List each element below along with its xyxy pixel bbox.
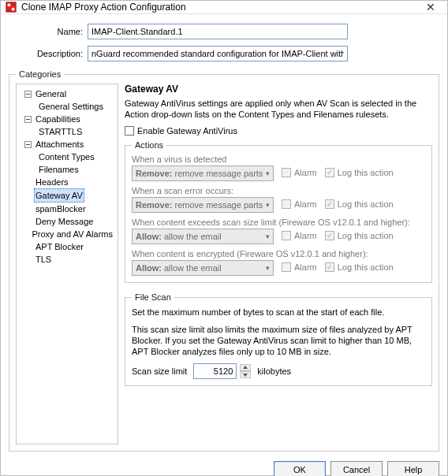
- file-scan-legend: File Scan: [132, 292, 174, 302]
- scan-size-input[interactable]: [193, 363, 237, 379]
- actions-legend: Actions: [132, 140, 166, 150]
- file-scan-line1: Set the maximum number of bytes to scan …: [132, 307, 425, 318]
- category-tree[interactable]: General General Settings Capabilities ST…: [16, 84, 118, 444]
- tree-toggle-icon[interactable]: [24, 141, 32, 148]
- categories-fieldset: Categories General General Settings Capa…: [9, 69, 439, 452]
- action-exceed-size-alarm[interactable]: Alarm: [282, 231, 317, 240]
- titlebar: Clone IMAP Proxy Action Configuration ✕: [1, 1, 447, 14]
- svg-rect-1: [8, 4, 11, 7]
- svg-rect-2: [12, 8, 15, 11]
- tree-item-apt-blocker[interactable]: APT Blocker: [34, 240, 85, 253]
- chevron-down-icon: ▾: [266, 169, 270, 177]
- tree-item-proxy-av-alarms[interactable]: Proxy and AV Alarms: [30, 228, 114, 240]
- action-encrypted-combo[interactable]: Allow: allow the email ▾: [132, 260, 274, 276]
- actions-fieldset: Actions When a virus is detected Remove:…: [125, 140, 432, 283]
- dialog-footer: OK Cancel Help: [1, 461, 447, 476]
- chevron-down-icon: ▾: [266, 232, 270, 240]
- categories-legend: Categories: [16, 69, 64, 79]
- action-scan-error-label: When a scan error occurs:: [132, 186, 425, 195]
- tree-item-content-types[interactable]: Content Types: [37, 151, 96, 163]
- window-title: Clone IMAP Proxy Action Configuration: [21, 2, 419, 13]
- tree-item-filenames[interactable]: Filenames: [37, 163, 80, 176]
- action-scan-error-alarm[interactable]: Alarm: [282, 199, 317, 209]
- action-exceed-size-combo[interactable]: Allow: allow the email ▾: [132, 229, 274, 244]
- description-label: Description:: [32, 49, 88, 58]
- action-encrypted-log[interactable]: Log this action: [325, 262, 394, 272]
- tree-item-capabilities[interactable]: Capabilities: [34, 113, 82, 125]
- action-virus-combo[interactable]: Remove: remove message parts ▾: [132, 165, 274, 181]
- checkbox-icon: [125, 126, 134, 136]
- tree-toggle-icon[interactable]: [24, 91, 32, 98]
- dialog-window: Clone IMAP Proxy Action Configuration ✕ …: [0, 0, 448, 476]
- enable-gateway-av-label: Enable Gateway AntiVirus: [137, 126, 237, 136]
- app-icon: [6, 2, 17, 13]
- dialog-body: Name: Description: Categories General Ge…: [1, 14, 447, 461]
- action-exceed-size-log[interactable]: Log this action: [325, 231, 394, 240]
- name-input[interactable]: [88, 24, 348, 39]
- ok-button[interactable]: OK: [274, 461, 326, 476]
- chevron-down-icon: ▾: [266, 264, 270, 272]
- tree-item-spamblocker[interactable]: spamBlocker: [34, 203, 88, 215]
- description-input[interactable]: [88, 46, 348, 61]
- cancel-button[interactable]: Cancel: [330, 461, 383, 476]
- action-scan-error-combo[interactable]: Remove: remove message parts ▾: [132, 197, 274, 213]
- tree-item-headers[interactable]: Headers: [34, 176, 70, 188]
- name-row: Name:: [32, 24, 439, 39]
- file-scan-line2: This scan size limit also limits the max…: [132, 324, 425, 357]
- file-scan-fieldset: File Scan Set the maximum number of byte…: [125, 292, 432, 386]
- help-button[interactable]: Help: [387, 461, 439, 476]
- action-scan-error-log[interactable]: Log this action: [325, 199, 394, 209]
- close-button[interactable]: ✕: [419, 1, 442, 13]
- action-exceed-size-label: When content exceeds scan size limit (Fi…: [132, 218, 425, 227]
- chevron-down-icon: ▾: [266, 201, 270, 209]
- page-title: Gateway AV: [125, 84, 432, 95]
- tree-item-tls[interactable]: TLS: [34, 253, 53, 266]
- tree-toggle-icon[interactable]: [24, 116, 32, 123]
- action-encrypted-label: When content is encrypted (Fireware OS v…: [132, 249, 425, 258]
- name-label: Name:: [32, 27, 88, 36]
- tree-item-starttls[interactable]: STARTTLS: [37, 125, 84, 138]
- tree-item-attachments[interactable]: Attachments: [34, 138, 85, 151]
- action-virus-alarm[interactable]: Alarm: [282, 168, 317, 177]
- action-virus-label: When a virus is detected: [132, 154, 425, 164]
- page-description: Gateway AntiVirus settings are applied o…: [125, 98, 432, 120]
- scan-size-unit: kilobytes: [257, 366, 291, 376]
- scan-size-label: Scan size limit: [132, 366, 187, 376]
- action-encrypted-alarm[interactable]: Alarm: [282, 262, 317, 272]
- description-row: Description:: [32, 46, 439, 61]
- tree-item-general[interactable]: General: [34, 87, 68, 100]
- enable-gateway-av-checkbox[interactable]: Enable Gateway AntiVirus: [125, 126, 432, 136]
- spinner-icon[interactable]: [240, 364, 251, 378]
- tree-item-general-settings[interactable]: General Settings: [37, 100, 105, 113]
- tree-item-deny-message[interactable]: Deny Message: [34, 215, 95, 228]
- tree-item-gateway-av[interactable]: Gateway AV: [34, 188, 84, 203]
- action-virus-log[interactable]: Log this action: [325, 168, 394, 177]
- settings-pane: Gateway AV Gateway AntiVirus settings ar…: [125, 84, 432, 444]
